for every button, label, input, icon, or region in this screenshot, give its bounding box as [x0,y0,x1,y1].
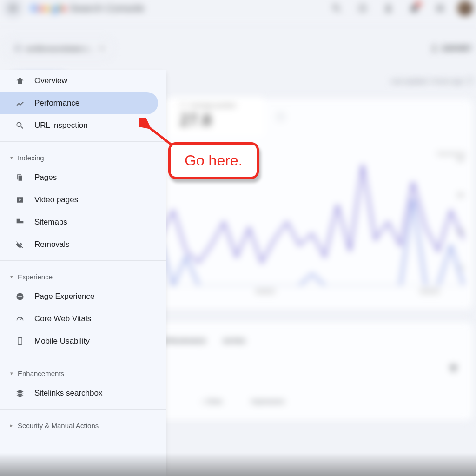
sidebar-section-indexing[interactable]: ▾Indexing [0,146,166,166]
sidebar-item-label: Core Web Vitals [34,314,91,324]
grid-icon [435,3,445,13]
divider [0,260,166,261]
help-icon[interactable]: ? [466,77,473,85]
sidebar-item-label: Pages [34,173,57,182]
divider [0,409,166,410]
people-icon [383,3,394,13]
hamburger-button[interactable] [2,0,23,19]
product-name: Search Console [69,2,144,14]
copy-icon [15,172,25,183]
sidebar-item-url-inspection[interactable]: URL inspection [0,114,166,137]
people-button[interactable] [379,0,398,18]
search-button[interactable] [327,0,346,18]
property-name: amillionwordslater.c… [26,44,96,53]
video-icon [15,195,25,205]
layers-icon [15,388,25,398]
chevron-down-icon: ▾ [100,44,104,53]
menu-icon [8,3,19,13]
search-icon [331,3,342,13]
property-bar: amillionwordslater.c… ▾ EXPORT [0,24,476,67]
section-title: Security & Manual Actions [18,422,99,430]
metric-position-box[interactable]: Average position 27.8 [168,97,264,137]
metric-position-value: 27.8 [180,111,253,129]
sidebar-item-sitelinks[interactable]: Sitelinks searchbox [0,382,166,404]
sidebar-item-sitemaps[interactable]: Sitemaps [0,211,166,233]
clock-icon [357,3,368,13]
sidebar-section-experience[interactable]: ▾Experience [0,265,166,285]
avatar[interactable] [456,0,474,17]
sidebar-item-page-experience[interactable]: Page Experience [0,285,166,308]
sidebar-item-removals[interactable]: Removals [0,233,166,256]
section-title: Indexing [18,154,44,162]
notification-badge [415,0,422,7]
sidebar-item-label: Mobile Usability [34,337,90,346]
search-icon [15,120,25,131]
sidebar-section-security-manual-actions[interactable]: ▸Security & Manual Actions [0,414,166,434]
sort-clicks[interactable]: ↓ Clicks [201,398,223,405]
caret-icon: ▾ [10,370,13,377]
sidebar-section-enhancements[interactable]: ▾Enhancements [0,362,166,382]
eyeoff-icon [15,239,25,250]
svg-point-4 [20,343,20,344]
globe-icon [14,45,21,52]
annotation-callout: Go here. [168,142,259,179]
caret-icon: ▾ [10,155,13,161]
sidebar-item-core-web-vitals[interactable]: Core Web Vitals [0,308,166,330]
gauge-icon [15,314,25,324]
app-logo: Google Search Console [30,2,145,14]
sidebar-item-label: Removals [34,240,70,249]
caret-icon: ▸ [10,423,13,429]
sidebar-item-label: Video pages [34,195,78,205]
home-icon [15,76,25,86]
sidebar-item-performance[interactable]: Performance [0,92,158,114]
help-button[interactable]: ? [276,112,285,122]
circleplus-icon [15,291,25,302]
section-title: Experience [18,273,53,281]
sitemap-icon [15,217,25,227]
sidebar-item-mobile-usability[interactable]: Mobile Usability [0,330,166,352]
sidebar-item-video-pages[interactable]: Video pages [0,189,166,211]
sidebar-item-label: Performance [34,99,79,108]
sidebar: OverviewPerformanceURL inspection ▾Index… [0,70,166,476]
sidebar-item-label: Overview [34,76,67,86]
arrow-down-icon: ↓ [201,398,204,405]
sidebar-item-label: URL inspection [34,121,88,130]
last-updated: Last updated: 3 hours ago ? [391,77,474,85]
divider [0,141,166,142]
export-button[interactable]: EXPORT [430,44,471,53]
filter-icon [448,364,459,374]
apps-button[interactable] [430,0,450,18]
trend-icon [15,98,25,108]
divider [0,357,166,357]
app-header: Google Search Console [0,0,476,24]
notifications-button[interactable] [404,0,423,18]
bottom-gradient [0,453,476,476]
caret-icon: ▾ [10,274,13,280]
sidebar-item-label: Sitemaps [34,218,67,227]
sidebar-item-overview[interactable]: Overview [0,70,166,92]
sidebar-item-label: Sitelinks searchbox [34,389,102,398]
property-selector[interactable]: amillionwordslater.c… ▾ [4,38,114,59]
section-title: Enhancements [18,370,64,377]
col-impressions: Impressions [251,398,284,405]
sidebar-item-label: Page Experience [34,292,94,301]
checkbox-icon [180,102,186,108]
metric-position-label: Average position [190,101,237,108]
tab-dates[interactable]: DATES [224,337,245,344]
sidebar-item-pages[interactable]: Pages [0,166,166,189]
history-button[interactable] [353,0,372,18]
upload-icon [430,44,439,53]
phone-icon [15,336,25,346]
